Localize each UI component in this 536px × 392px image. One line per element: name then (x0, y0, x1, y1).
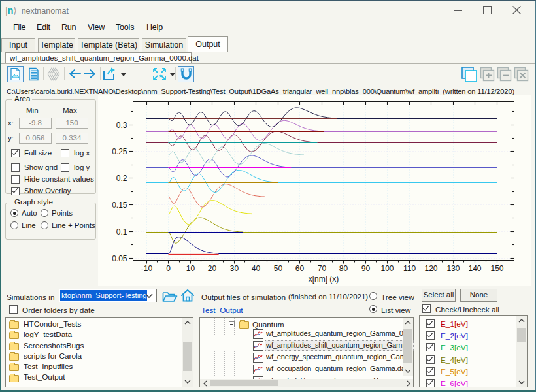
svg-text:140: 140 (468, 264, 481, 273)
svg-text:70: 70 (318, 264, 327, 273)
svg-text:0.15: 0.15 (112, 201, 127, 210)
svg-text:150: 150 (490, 264, 503, 273)
svg-text:20: 20 (208, 264, 217, 273)
svg-text:120: 120 (424, 264, 437, 273)
svg-text:x[nm] (x): x[nm] (x) (309, 274, 339, 284)
svg-text:0.2: 0.2 (116, 174, 127, 183)
svg-text:110: 110 (403, 264, 416, 273)
svg-text:0.1: 0.1 (116, 227, 127, 237)
svg-text:100: 100 (380, 264, 394, 273)
svg-text:50: 50 (274, 264, 283, 273)
svg-text:80: 80 (339, 264, 348, 273)
svg-text:0.3: 0.3 (116, 121, 127, 130)
svg-text:130: 130 (446, 264, 460, 273)
svg-text:30: 30 (230, 264, 239, 273)
svg-text:-10: -10 (141, 264, 153, 273)
svg-text:40: 40 (252, 264, 261, 273)
svg-text:10: 10 (186, 264, 195, 273)
svg-text:0.05: 0.05 (112, 254, 127, 263)
svg-text:0: 0 (166, 264, 171, 273)
svg-text:60: 60 (295, 264, 305, 273)
svg-text:0.25: 0.25 (112, 147, 127, 156)
svg-text:90: 90 (361, 264, 371, 273)
